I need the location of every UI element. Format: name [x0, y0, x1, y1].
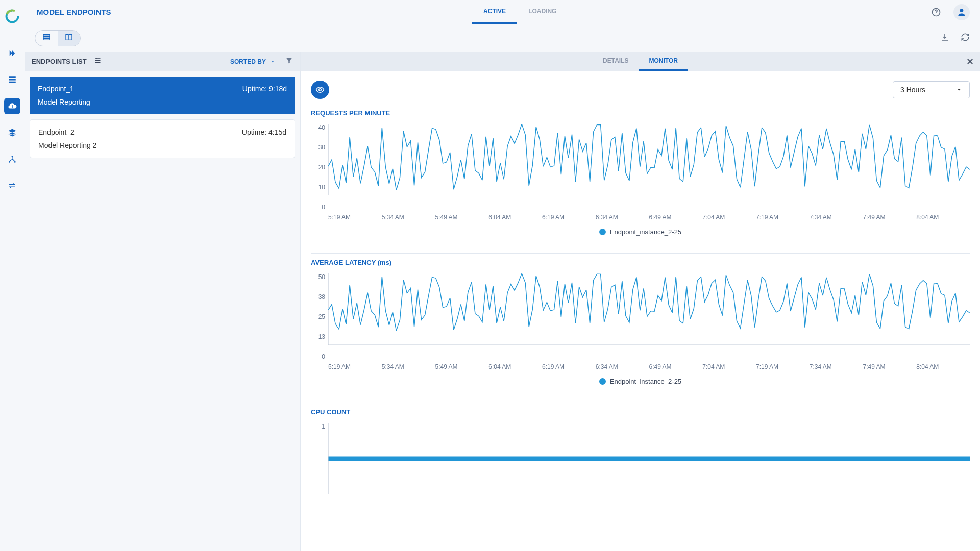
y-tick: 30 — [318, 144, 325, 151]
tab-monitor[interactable]: MONITOR — [639, 52, 688, 71]
chart-title: AVERAGE LATENCY (ms) — [311, 259, 970, 266]
x-tick: 7:49 AM — [863, 214, 917, 221]
x-tick: 5:34 AM — [382, 214, 435, 221]
chevron-down-icon — [270, 59, 275, 64]
svg-rect-4 — [9, 82, 16, 83]
x-tick: 6:49 AM — [649, 214, 703, 221]
x-tick: 6:04 AM — [488, 214, 542, 221]
list-title: ENDPOINTS LIST — [32, 58, 87, 65]
x-tick: 7:04 AM — [702, 214, 756, 221]
visibility-icon[interactable] — [311, 81, 329, 99]
svg-point-8 — [12, 159, 13, 160]
chart-title: CPU COUNT — [311, 408, 970, 416]
y-tick: 50 — [318, 273, 325, 281]
svg-rect-2 — [9, 76, 16, 78]
view-detail-icon[interactable] — [58, 31, 80, 46]
chart-cpu: CPU COUNT 1 — [311, 408, 970, 443]
legend-dot — [599, 378, 606, 385]
x-tick: 5:19 AM — [328, 363, 382, 370]
sort-dropdown[interactable]: SORTED BY — [230, 58, 275, 65]
app-logo — [4, 8, 20, 24]
y-tick: 25 — [318, 313, 325, 320]
sort-label: SORTED BY — [230, 58, 266, 65]
nav-item-servers-icon[interactable] — [4, 71, 20, 88]
x-tick: 7:49 AM — [863, 363, 917, 370]
detail-pane: DETAILS MONITOR ✕ 3 Hours REQUESTS PER M… — [301, 52, 980, 551]
endpoint-name: Endpoint_2 — [38, 128, 75, 136]
time-range-dropdown[interactable]: 3 Hours — [893, 81, 970, 98]
y-tick: 10 — [318, 184, 325, 191]
detail-header: DETAILS MONITOR ✕ — [301, 52, 980, 71]
x-tick: 5:34 AM — [382, 363, 435, 370]
chart-latency: AVERAGE LATENCY (ms) 50 38 25 13 0 5: — [311, 259, 970, 385]
nav-item-layers-icon[interactable] — [4, 124, 20, 141]
endpoint-uptime: Uptime: 9:18d — [242, 85, 287, 93]
x-tick: 6:34 AM — [596, 214, 649, 221]
chevron-down-icon — [956, 87, 962, 93]
x-tick: 6:19 AM — [542, 214, 596, 221]
svg-rect-11 — [43, 34, 50, 36]
x-tick: 6:04 AM — [488, 363, 542, 370]
y-tick: 38 — [318, 293, 325, 300]
x-tick: 7:04 AM — [702, 363, 756, 370]
tune-icon[interactable] — [94, 57, 102, 66]
svg-point-5 — [12, 156, 13, 157]
view-list-icon[interactable] — [35, 31, 58, 46]
monitor-body: 3 Hours REQUESTS PER MINUTE 40 30 20 10 … — [301, 71, 980, 551]
y-tick: 20 — [318, 164, 325, 171]
x-tick: 6:19 AM — [542, 363, 596, 370]
svg-rect-14 — [66, 34, 68, 40]
y-tick: 13 — [318, 333, 325, 340]
x-tick: 8:04 AM — [916, 214, 970, 221]
filter-icon[interactable] — [285, 57, 293, 66]
svg-point-10 — [960, 9, 964, 12]
endpoints-list-pane: ENDPOINTS LIST SORTED BY Endpoint_1Uptim… — [24, 52, 301, 551]
endpoint-card[interactable]: Endpoint_1Uptime: 9:18d Model Reporting — [30, 77, 295, 114]
tab-loading[interactable]: LOADING — [517, 0, 568, 24]
refresh-icon[interactable] — [961, 33, 970, 44]
legend-label: Endpoint_instance_2-25 — [610, 378, 681, 385]
top-header: MODEL ENDPOINTS ACTIVE LOADING — [24, 0, 980, 24]
endpoint-uptime: Uptime: 4:15d — [242, 128, 286, 136]
y-tick: 0 — [322, 353, 325, 360]
nav-item-network-icon[interactable] — [4, 151, 20, 167]
list-header: ENDPOINTS LIST SORTED BY — [24, 52, 300, 71]
nav-item-cloud-upload-icon[interactable] — [4, 98, 20, 114]
x-tick: 6:49 AM — [649, 363, 703, 370]
x-tick: 7:19 AM — [756, 214, 810, 221]
svg-rect-15 — [69, 34, 72, 40]
page-title: MODEL ENDPOINTS — [24, 8, 111, 16]
endpoint-card[interactable]: Endpoint_2Uptime: 4:15d Model Reporting … — [30, 119, 295, 158]
user-avatar-icon[interactable] — [953, 4, 970, 20]
legend-dot — [599, 229, 606, 235]
chart-requests: REQUESTS PER MINUTE 40 30 20 10 0 5:1 — [311, 109, 970, 236]
svg-point-7 — [14, 161, 16, 163]
tab-active[interactable]: ACTIVE — [472, 0, 517, 24]
tab-details[interactable]: DETAILS — [593, 52, 639, 71]
close-icon[interactable]: ✕ — [966, 56, 974, 67]
svg-rect-13 — [43, 38, 50, 40]
y-tick: 1 — [322, 423, 325, 430]
legend-label: Endpoint_instance_2-25 — [610, 228, 681, 236]
toolbar — [24, 24, 980, 52]
header-tabs: ACTIVE LOADING — [111, 0, 929, 24]
nav-item-transfer-icon[interactable] — [4, 178, 20, 194]
x-tick: 7:34 AM — [810, 363, 863, 370]
x-tick: 7:19 AM — [756, 363, 810, 370]
y-tick: 40 — [318, 124, 325, 131]
download-icon[interactable] — [940, 33, 949, 44]
help-icon[interactable] — [929, 5, 943, 19]
time-range-value: 3 Hours — [900, 86, 925, 94]
left-nav — [0, 0, 24, 551]
chart-title: REQUESTS PER MINUTE — [311, 109, 970, 117]
x-tick: 8:04 AM — [916, 363, 970, 370]
y-tick: 0 — [322, 204, 325, 211]
svg-rect-12 — [43, 36, 50, 38]
svg-point-6 — [9, 161, 10, 163]
view-toggle — [35, 30, 81, 46]
svg-point-16 — [319, 89, 322, 91]
endpoint-model: Model Reporting — [38, 98, 287, 106]
x-tick: 5:49 AM — [435, 214, 489, 221]
nav-item-forward-icon[interactable] — [4, 45, 20, 61]
x-tick: 7:34 AM — [810, 214, 863, 221]
